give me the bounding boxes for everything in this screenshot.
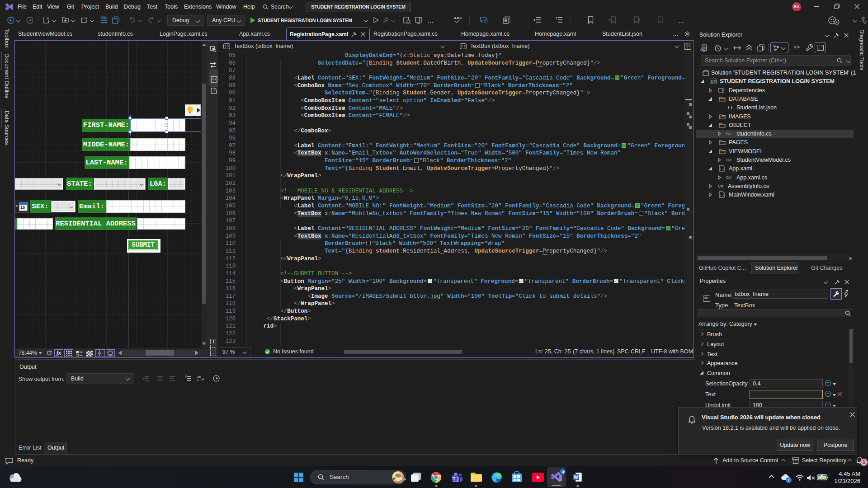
svg-text:W: W bbox=[574, 475, 578, 480]
svg-text:T: T bbox=[453, 476, 456, 481]
svg-text:c: c bbox=[197, 378, 199, 382]
